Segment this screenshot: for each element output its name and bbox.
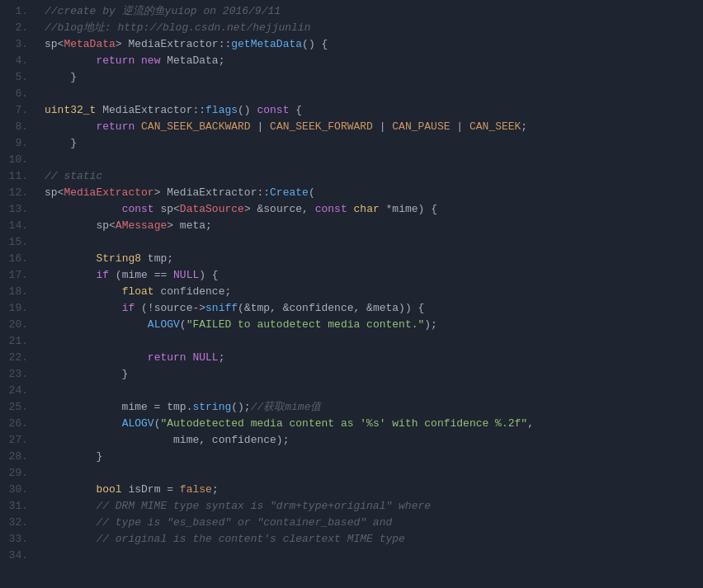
code-line-13: const sp<DataSource> &source, const char… bbox=[45, 201, 703, 218]
line-num-27: 27. bbox=[7, 432, 28, 449]
code-line-26: ALOGV("Autodetected media content as '%s… bbox=[45, 416, 703, 432]
line-num-17: 17. bbox=[7, 267, 28, 284]
code-line-14: sp<AMessage> meta; bbox=[45, 218, 703, 234]
code-line-25: mime = tmp.string();//获取mime值 bbox=[45, 399, 703, 416]
line-num-5: 5. bbox=[7, 69, 28, 86]
line-num-33: 33. bbox=[7, 531, 28, 548]
line-num-22: 22. bbox=[7, 350, 28, 366]
code-line-22: return NULL; bbox=[45, 350, 703, 366]
line-num-16: 16. bbox=[7, 251, 28, 267]
code-line-29 bbox=[45, 465, 703, 482]
line-num-21: 21. bbox=[7, 333, 28, 350]
line-num-3: 3. bbox=[7, 36, 28, 53]
code-line-28: } bbox=[45, 449, 703, 465]
line-num-10: 10. bbox=[7, 152, 28, 168]
line-num-23: 23. bbox=[7, 366, 28, 383]
code-line-8: return CAN_SEEK_BACKWARD | CAN_SEEK_FORW… bbox=[45, 119, 703, 135]
line-num-2: 2. bbox=[7, 20, 28, 36]
code-line-6 bbox=[45, 86, 703, 102]
line-num-28: 28. bbox=[7, 449, 28, 465]
code-line-7: uint32_t MediaExtractor::flags() const { bbox=[45, 102, 703, 119]
line-num-24: 24. bbox=[7, 383, 28, 399]
code-line-1: //create by 逆流的鱼yuiop on 2016/9/11 bbox=[45, 3, 703, 20]
line-num-18: 18. bbox=[7, 284, 28, 300]
code-line-5: } bbox=[45, 69, 703, 86]
code-line-19: if (!source->sniff(&tmp, &confidence, &m… bbox=[45, 300, 703, 317]
code-line-33: // original is the content's cleartext M… bbox=[45, 531, 703, 548]
line-num-15: 15. bbox=[7, 234, 28, 251]
code-line-24 bbox=[45, 383, 703, 399]
code-line-16: String8 tmp; bbox=[45, 251, 703, 267]
code-line-34 bbox=[45, 548, 703, 564]
line-num-34: 34. bbox=[7, 548, 28, 564]
code-line-4: return new MetaData; bbox=[45, 53, 703, 69]
line-num-26: 26. bbox=[7, 416, 28, 432]
line-num-25: 25. bbox=[7, 399, 28, 416]
line-num-29: 29. bbox=[7, 465, 28, 482]
line-num-12: 12. bbox=[7, 185, 28, 201]
code-line-18: float confidence; bbox=[45, 284, 703, 300]
line-num-19: 19. bbox=[7, 300, 28, 317]
code-line-3: sp<MetaData> MediaExtractor::getMetaData… bbox=[45, 36, 703, 53]
line-num-9: 9. bbox=[7, 135, 28, 152]
code-line-15 bbox=[45, 234, 703, 251]
code-line-11: // static bbox=[45, 168, 703, 185]
code-line-23: } bbox=[45, 366, 703, 383]
code-line-30: bool isDrm = false; bbox=[45, 482, 703, 498]
line-num-7: 7. bbox=[7, 102, 28, 119]
line-num-11: 11. bbox=[7, 168, 28, 185]
line-num-14: 14. bbox=[7, 218, 28, 234]
code-line-9: } bbox=[45, 135, 703, 152]
code-line-10 bbox=[45, 152, 703, 168]
code-line-31: // DRM MIME type syntax is "drm+type+ori… bbox=[45, 498, 703, 515]
code-line-2: //blog地址: http://blog.csdn.net/hejjunlin bbox=[45, 20, 703, 36]
line-num-6: 6. bbox=[7, 86, 28, 102]
line-num-8: 8. bbox=[7, 119, 28, 135]
code-line-21 bbox=[45, 333, 703, 350]
line-num-32: 32. bbox=[7, 515, 28, 531]
code-line-20: ALOGV("FAILED to autodetect media conten… bbox=[45, 317, 703, 333]
line-num-30: 30. bbox=[7, 482, 28, 498]
code-line-17: if (mime == NULL) { bbox=[45, 267, 703, 284]
code-line-27: mime, confidence); bbox=[45, 432, 703, 449]
line-num-13: 13. bbox=[7, 201, 28, 218]
line-num-20: 20. bbox=[7, 317, 28, 333]
code-line-12: sp<MediaExtractor> MediaExtractor::Creat… bbox=[45, 185, 703, 201]
code-editor: 1. 2. 3. 4. 5. 6. 7. 8. 9. 10. 11. 12. 1… bbox=[0, 0, 703, 588]
line-num-4: 4. bbox=[7, 53, 28, 69]
line-num-1: 1. bbox=[7, 3, 28, 20]
line-num-31: 31. bbox=[7, 498, 28, 515]
line-numbers: 1. 2. 3. 4. 5. 6. 7. 8. 9. 10. 11. 12. 1… bbox=[0, 3, 35, 585]
code-content: //create by 逆流的鱼yuiop on 2016/9/11 //blo… bbox=[35, 3, 703, 585]
code-line-32: // type is "es_based" or "container_base… bbox=[45, 515, 703, 531]
